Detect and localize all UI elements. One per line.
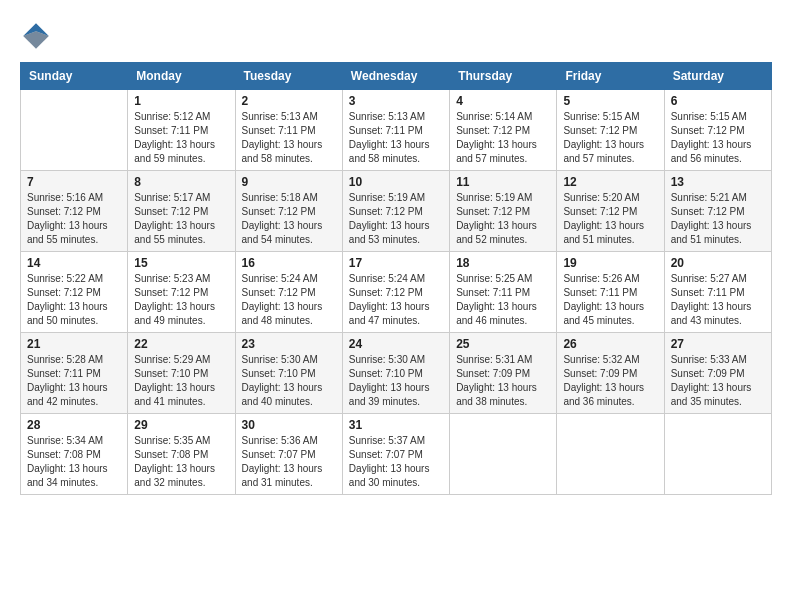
column-header-friday: Friday [557, 63, 664, 90]
calendar-cell: 17Sunrise: 5:24 AMSunset: 7:12 PMDayligh… [342, 252, 449, 333]
day-info: Sunrise: 5:33 AMSunset: 7:09 PMDaylight:… [671, 353, 765, 409]
day-number: 27 [671, 337, 765, 351]
calendar-cell: 14Sunrise: 5:22 AMSunset: 7:12 PMDayligh… [21, 252, 128, 333]
calendar-cell: 9Sunrise: 5:18 AMSunset: 7:12 PMDaylight… [235, 171, 342, 252]
calendar-cell: 31Sunrise: 5:37 AMSunset: 7:07 PMDayligh… [342, 414, 449, 495]
calendar-week-row: 7Sunrise: 5:16 AMSunset: 7:12 PMDaylight… [21, 171, 772, 252]
calendar-table: SundayMondayTuesdayWednesdayThursdayFrid… [20, 62, 772, 495]
calendar-cell: 8Sunrise: 5:17 AMSunset: 7:12 PMDaylight… [128, 171, 235, 252]
day-info: Sunrise: 5:32 AMSunset: 7:09 PMDaylight:… [563, 353, 657, 409]
calendar-week-row: 28Sunrise: 5:34 AMSunset: 7:08 PMDayligh… [21, 414, 772, 495]
calendar-week-row: 1Sunrise: 5:12 AMSunset: 7:11 PMDaylight… [21, 90, 772, 171]
calendar-cell: 30Sunrise: 5:36 AMSunset: 7:07 PMDayligh… [235, 414, 342, 495]
calendar-cell: 7Sunrise: 5:16 AMSunset: 7:12 PMDaylight… [21, 171, 128, 252]
calendar-cell: 11Sunrise: 5:19 AMSunset: 7:12 PMDayligh… [450, 171, 557, 252]
day-number: 15 [134, 256, 228, 270]
day-info: Sunrise: 5:34 AMSunset: 7:08 PMDaylight:… [27, 434, 121, 490]
column-header-thursday: Thursday [450, 63, 557, 90]
day-info: Sunrise: 5:25 AMSunset: 7:11 PMDaylight:… [456, 272, 550, 328]
day-info: Sunrise: 5:13 AMSunset: 7:11 PMDaylight:… [349, 110, 443, 166]
day-info: Sunrise: 5:19 AMSunset: 7:12 PMDaylight:… [349, 191, 443, 247]
day-info: Sunrise: 5:13 AMSunset: 7:11 PMDaylight:… [242, 110, 336, 166]
logo [20, 20, 56, 52]
column-header-saturday: Saturday [664, 63, 771, 90]
day-info: Sunrise: 5:26 AMSunset: 7:11 PMDaylight:… [563, 272, 657, 328]
calendar-cell: 28Sunrise: 5:34 AMSunset: 7:08 PMDayligh… [21, 414, 128, 495]
calendar-cell: 20Sunrise: 5:27 AMSunset: 7:11 PMDayligh… [664, 252, 771, 333]
day-number: 4 [456, 94, 550, 108]
day-number: 11 [456, 175, 550, 189]
column-header-tuesday: Tuesday [235, 63, 342, 90]
day-info: Sunrise: 5:27 AMSunset: 7:11 PMDaylight:… [671, 272, 765, 328]
day-number: 3 [349, 94, 443, 108]
day-number: 31 [349, 418, 443, 432]
day-number: 14 [27, 256, 121, 270]
page-header [20, 20, 772, 52]
calendar-cell: 26Sunrise: 5:32 AMSunset: 7:09 PMDayligh… [557, 333, 664, 414]
day-number: 20 [671, 256, 765, 270]
day-number: 17 [349, 256, 443, 270]
day-number: 23 [242, 337, 336, 351]
day-info: Sunrise: 5:37 AMSunset: 7:07 PMDaylight:… [349, 434, 443, 490]
day-info: Sunrise: 5:24 AMSunset: 7:12 PMDaylight:… [242, 272, 336, 328]
day-info: Sunrise: 5:15 AMSunset: 7:12 PMDaylight:… [563, 110, 657, 166]
calendar-cell: 25Sunrise: 5:31 AMSunset: 7:09 PMDayligh… [450, 333, 557, 414]
column-header-sunday: Sunday [21, 63, 128, 90]
day-info: Sunrise: 5:18 AMSunset: 7:12 PMDaylight:… [242, 191, 336, 247]
day-info: Sunrise: 5:35 AMSunset: 7:08 PMDaylight:… [134, 434, 228, 490]
day-number: 18 [456, 256, 550, 270]
day-number: 9 [242, 175, 336, 189]
column-header-wednesday: Wednesday [342, 63, 449, 90]
day-info: Sunrise: 5:30 AMSunset: 7:10 PMDaylight:… [242, 353, 336, 409]
calendar-cell: 16Sunrise: 5:24 AMSunset: 7:12 PMDayligh… [235, 252, 342, 333]
day-info: Sunrise: 5:21 AMSunset: 7:12 PMDaylight:… [671, 191, 765, 247]
calendar-cell [450, 414, 557, 495]
calendar-cell: 23Sunrise: 5:30 AMSunset: 7:10 PMDayligh… [235, 333, 342, 414]
day-info: Sunrise: 5:16 AMSunset: 7:12 PMDaylight:… [27, 191, 121, 247]
calendar-cell [557, 414, 664, 495]
calendar-cell: 15Sunrise: 5:23 AMSunset: 7:12 PMDayligh… [128, 252, 235, 333]
calendar-header-row: SundayMondayTuesdayWednesdayThursdayFrid… [21, 63, 772, 90]
calendar-cell: 12Sunrise: 5:20 AMSunset: 7:12 PMDayligh… [557, 171, 664, 252]
day-number: 8 [134, 175, 228, 189]
day-number: 7 [27, 175, 121, 189]
day-info: Sunrise: 5:15 AMSunset: 7:12 PMDaylight:… [671, 110, 765, 166]
calendar-cell [21, 90, 128, 171]
day-info: Sunrise: 5:20 AMSunset: 7:12 PMDaylight:… [563, 191, 657, 247]
logo-icon [20, 20, 52, 52]
day-number: 5 [563, 94, 657, 108]
day-number: 19 [563, 256, 657, 270]
calendar-cell: 5Sunrise: 5:15 AMSunset: 7:12 PMDaylight… [557, 90, 664, 171]
day-number: 2 [242, 94, 336, 108]
day-info: Sunrise: 5:28 AMSunset: 7:11 PMDaylight:… [27, 353, 121, 409]
day-number: 22 [134, 337, 228, 351]
day-info: Sunrise: 5:23 AMSunset: 7:12 PMDaylight:… [134, 272, 228, 328]
day-info: Sunrise: 5:22 AMSunset: 7:12 PMDaylight:… [27, 272, 121, 328]
day-number: 12 [563, 175, 657, 189]
calendar-cell [664, 414, 771, 495]
day-number: 25 [456, 337, 550, 351]
calendar-cell: 3Sunrise: 5:13 AMSunset: 7:11 PMDaylight… [342, 90, 449, 171]
day-info: Sunrise: 5:17 AMSunset: 7:12 PMDaylight:… [134, 191, 228, 247]
calendar-week-row: 14Sunrise: 5:22 AMSunset: 7:12 PMDayligh… [21, 252, 772, 333]
day-info: Sunrise: 5:36 AMSunset: 7:07 PMDaylight:… [242, 434, 336, 490]
calendar-cell: 24Sunrise: 5:30 AMSunset: 7:10 PMDayligh… [342, 333, 449, 414]
calendar-cell: 13Sunrise: 5:21 AMSunset: 7:12 PMDayligh… [664, 171, 771, 252]
calendar-cell: 1Sunrise: 5:12 AMSunset: 7:11 PMDaylight… [128, 90, 235, 171]
day-info: Sunrise: 5:29 AMSunset: 7:10 PMDaylight:… [134, 353, 228, 409]
day-info: Sunrise: 5:19 AMSunset: 7:12 PMDaylight:… [456, 191, 550, 247]
day-info: Sunrise: 5:31 AMSunset: 7:09 PMDaylight:… [456, 353, 550, 409]
day-info: Sunrise: 5:30 AMSunset: 7:10 PMDaylight:… [349, 353, 443, 409]
day-number: 30 [242, 418, 336, 432]
calendar-cell: 22Sunrise: 5:29 AMSunset: 7:10 PMDayligh… [128, 333, 235, 414]
calendar-cell: 18Sunrise: 5:25 AMSunset: 7:11 PMDayligh… [450, 252, 557, 333]
day-info: Sunrise: 5:12 AMSunset: 7:11 PMDaylight:… [134, 110, 228, 166]
calendar-cell: 27Sunrise: 5:33 AMSunset: 7:09 PMDayligh… [664, 333, 771, 414]
day-info: Sunrise: 5:24 AMSunset: 7:12 PMDaylight:… [349, 272, 443, 328]
calendar-cell: 4Sunrise: 5:14 AMSunset: 7:12 PMDaylight… [450, 90, 557, 171]
day-info: Sunrise: 5:14 AMSunset: 7:12 PMDaylight:… [456, 110, 550, 166]
day-number: 6 [671, 94, 765, 108]
calendar-cell: 2Sunrise: 5:13 AMSunset: 7:11 PMDaylight… [235, 90, 342, 171]
calendar-week-row: 21Sunrise: 5:28 AMSunset: 7:11 PMDayligh… [21, 333, 772, 414]
day-number: 29 [134, 418, 228, 432]
